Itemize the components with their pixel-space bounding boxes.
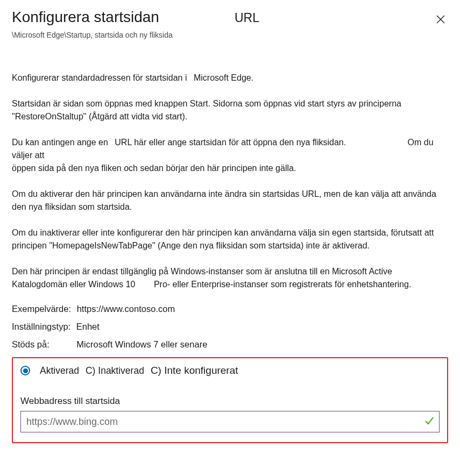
example-value: https://www.contoso.com — [77, 304, 175, 314]
desc-p1a: Konfigurerar standardadressen för starts… — [12, 73, 187, 82]
desc-p3a: Du kan antingen ange en — [12, 138, 108, 147]
example-label: Exempelvärde: — [12, 304, 71, 314]
supported-row: Stöds på: Microsoft Windows 7 eller sena… — [12, 339, 448, 350]
homepage-url-input[interactable] — [20, 411, 440, 432]
breadcrumb: \Microsoft Edge\Startup, startsida och n… — [12, 31, 448, 39]
desc-p2: Startsidan är sidan som öppnas med knapp… — [12, 97, 448, 123]
policy-description: Konfigurerar standardadressen för starts… — [12, 72, 448, 291]
setting-type-label: Inställningstyp: — [12, 322, 70, 331]
setting-type-row: Inställningstyp: Enhet — [12, 322, 448, 332]
option-enabled-label: Aktiverad — [40, 365, 79, 376]
example-row: Exempelvärde: https://www.contoso.com — [12, 304, 448, 314]
desc-p4: Om du aktiverar den här principen kan an… — [12, 188, 448, 214]
url-heading: URL — [235, 11, 259, 25]
option-notconfigured-label[interactable]: C) Inte konfigurerat — [151, 365, 238, 376]
radio-enabled[interactable] — [20, 366, 30, 375]
setting-type-value: Enhet — [76, 322, 100, 331]
close-icon — [436, 15, 445, 26]
desc-p5: Om du inaktiverar eller inte konfigurera… — [12, 226, 448, 252]
homepage-url-label: Webbadress till startsida — [20, 396, 440, 407]
close-button[interactable] — [433, 12, 448, 29]
desc-p3b: URL här eller ange startsidan för att öp… — [115, 138, 346, 147]
desc-p3d: öppen sida på den nya fliken och sedan b… — [12, 164, 296, 173]
desc-p1b: Microsoft Edge. — [194, 73, 253, 82]
desc-p6b: Pro- eller Enterprise-instanser som regi… — [154, 280, 411, 289]
radio-dot-icon — [23, 368, 28, 373]
supported-label: Stöds på: — [12, 339, 49, 349]
supported-value: Microsoft Windows 7 eller senare — [76, 339, 207, 349]
config-panel: Aktiverad C) Inaktiverad C) Inte konfigu… — [12, 357, 448, 443]
option-disabled-label[interactable]: C) Inaktiverad — [86, 365, 144, 376]
dialog-title: Konfigurera startsidan — [12, 9, 159, 26]
